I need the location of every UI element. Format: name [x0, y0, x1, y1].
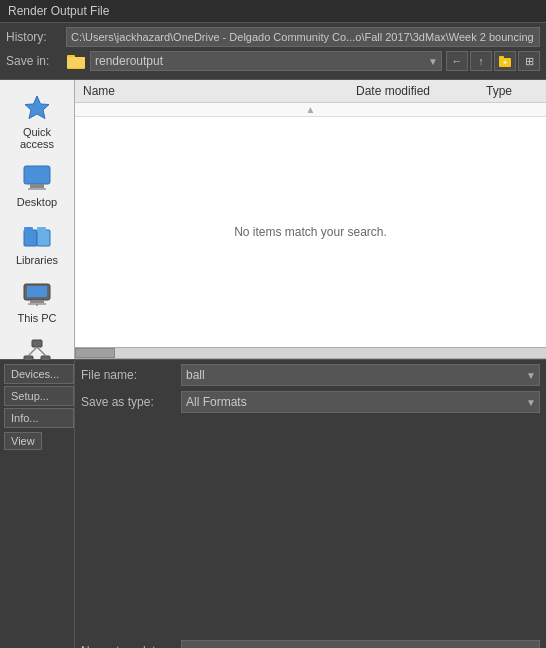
svg-rect-16: [30, 300, 44, 303]
sidebar-item-libraries[interactable]: Libraries: [3, 216, 71, 270]
folder-icon: [66, 51, 86, 71]
column-type[interactable]: Type: [482, 82, 542, 100]
nav-back-button[interactable]: ←: [446, 51, 468, 71]
svg-rect-9: [28, 188, 46, 190]
svg-rect-10: [24, 230, 37, 246]
save-as-type-row: Save as type: ▼: [81, 391, 540, 413]
sidebar-item-desktop[interactable]: Desktop: [3, 158, 71, 212]
quick-access-icon: [21, 92, 53, 124]
sidebar-item-libraries-label: Libraries: [16, 254, 58, 266]
svg-point-18: [36, 304, 38, 306]
file-name-input[interactable]: [181, 364, 540, 386]
save-as-type-wrapper: ▼: [181, 391, 540, 413]
main-area: Quick access Desktop: [0, 80, 546, 360]
svg-rect-8: [30, 184, 44, 188]
save-as-type-input[interactable]: [181, 391, 540, 413]
svg-rect-12: [37, 230, 50, 246]
file-name-row: File name: ▼: [81, 364, 540, 386]
save-in-row: Save in: ▼ ← ↑ +: [6, 51, 540, 71]
save-in-label: Save in:: [6, 54, 66, 68]
this-pc-icon: [21, 278, 53, 310]
libraries-icon: [21, 220, 53, 252]
save-in-input[interactable]: [90, 51, 442, 71]
info-button[interactable]: Info...: [4, 408, 74, 428]
horizontal-scrollbar[interactable]: [75, 347, 546, 359]
desktop-icon: [21, 162, 53, 194]
scroll-thumb[interactable]: [75, 348, 115, 358]
history-row: History:: [6, 27, 540, 47]
file-area: Name Date modified Type ▲ No items match…: [75, 80, 546, 359]
column-name[interactable]: Name: [79, 82, 352, 100]
svg-rect-7: [24, 166, 50, 184]
svg-rect-2: [67, 57, 85, 68]
name-template-label: Name template:: [81, 644, 181, 648]
name-template-row: Name template:: [81, 640, 540, 648]
svg-text:+: +: [503, 58, 508, 67]
file-name-label: File name:: [81, 368, 181, 382]
svg-rect-19: [32, 340, 42, 347]
sidebar-item-quick-access[interactable]: Quick access: [3, 88, 71, 154]
svg-marker-6: [25, 96, 49, 119]
title-bar: Render Output File: [0, 0, 546, 23]
devices-button[interactable]: Devices...: [4, 364, 74, 384]
view-row: View: [4, 430, 70, 452]
right-controls: File name: ▼ Save as type: ▼ All Formats…: [75, 360, 546, 648]
toolbar-buttons: ← ↑ + ⊞: [446, 51, 540, 71]
svg-rect-15: [27, 286, 47, 297]
empty-message: No items match your search.: [234, 225, 387, 239]
save-as-type-label: Save as type:: [81, 395, 181, 409]
history-label: History:: [6, 30, 66, 44]
file-list-content: No items match your search.: [75, 117, 546, 347]
sidebar-item-desktop-label: Desktop: [17, 196, 57, 208]
file-list-header: Name Date modified Type: [75, 80, 546, 103]
svg-line-22: [28, 347, 37, 356]
column-date-modified[interactable]: Date modified: [352, 82, 482, 100]
svg-rect-11: [24, 227, 33, 232]
nav-forward-button[interactable]: ↑: [470, 51, 492, 71]
sidebar: Quick access Desktop: [0, 80, 75, 359]
scroll-up-indicator: ▲: [75, 103, 546, 117]
nav-new-folder-button[interactable]: +: [494, 51, 516, 71]
svg-rect-13: [37, 227, 46, 232]
file-name-dropdown-wrapper: ▼: [181, 364, 540, 386]
title-text: Render Output File: [8, 4, 109, 18]
view-button[interactable]: View: [4, 432, 42, 450]
svg-line-23: [37, 347, 46, 356]
history-input[interactable]: [66, 27, 540, 47]
setup-button[interactable]: Setup...: [4, 386, 74, 406]
view-toggle-button[interactable]: ⊞: [518, 51, 540, 71]
name-template-input[interactable]: [181, 640, 540, 648]
sidebar-item-this-pc[interactable]: This PC: [3, 274, 71, 328]
sidebar-item-this-pc-label: This PC: [17, 312, 56, 324]
sidebar-item-quick-access-label: Quick access: [5, 126, 69, 150]
side-buttons-panel: Devices... Setup... Info... View: [0, 360, 75, 648]
bottom-area: Devices... Setup... Info... View File na…: [0, 360, 546, 648]
